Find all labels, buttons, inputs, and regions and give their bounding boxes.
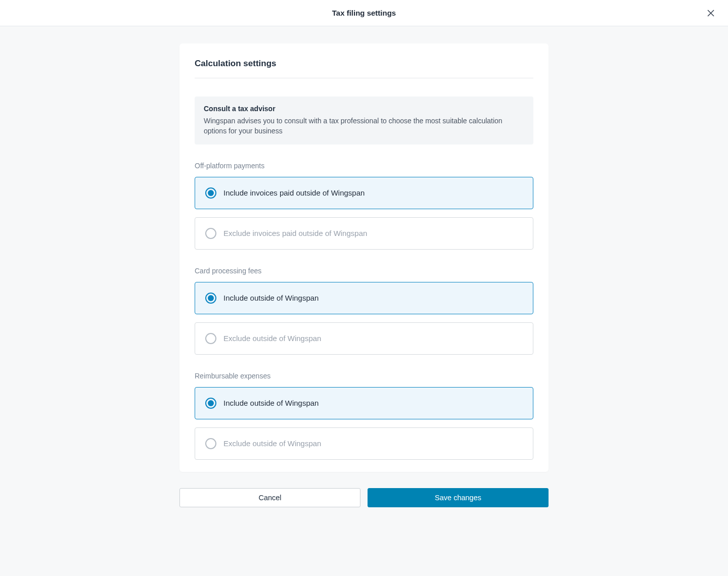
close-icon xyxy=(707,10,714,17)
modal-title: Tax filing settings xyxy=(332,9,396,17)
save-button[interactable]: Save changes xyxy=(368,488,549,507)
radio-label: Include invoices paid outside of Wingspa… xyxy=(223,188,365,197)
radio-reimbursable-include[interactable]: Include outside of Wingspan xyxy=(195,387,533,419)
radio-label: Include outside of Wingspan xyxy=(223,294,318,302)
radio-label: Include outside of Wingspan xyxy=(223,399,318,407)
radio-label: Exclude invoices paid outside of Wingspa… xyxy=(223,229,367,237)
radio-icon xyxy=(205,187,216,199)
radio-off-platform-exclude[interactable]: Exclude invoices paid outside of Wingspa… xyxy=(195,217,533,250)
settings-card: Calculation settings Consult a tax advis… xyxy=(179,43,549,472)
radio-off-platform-include[interactable]: Include invoices paid outside of Wingspa… xyxy=(195,177,533,209)
cancel-button[interactable]: Cancel xyxy=(179,488,360,507)
radio-icon xyxy=(205,228,216,239)
section-title: Calculation settings xyxy=(195,59,533,78)
group-label-reimbursable: Reimbursable expenses xyxy=(195,372,533,380)
radio-label: Exclude outside of Wingspan xyxy=(223,439,321,448)
radio-reimbursable-exclude[interactable]: Exclude outside of Wingspan xyxy=(195,427,533,460)
radio-icon xyxy=(205,438,216,449)
modal-header: Tax filing settings xyxy=(0,0,728,26)
content-container: Calculation settings Consult a tax advis… xyxy=(179,43,549,507)
close-button[interactable] xyxy=(705,7,717,19)
group-label-off-platform: Off-platform payments xyxy=(195,162,533,170)
radio-card-fees-exclude[interactable]: Exclude outside of Wingspan xyxy=(195,322,533,355)
alert-title: Consult a tax advisor xyxy=(204,105,524,113)
radio-icon xyxy=(205,293,216,304)
radio-label: Exclude outside of Wingspan xyxy=(223,334,321,343)
radio-icon xyxy=(205,398,216,409)
group-label-card-fees: Card processing fees xyxy=(195,267,533,275)
radio-icon xyxy=(205,333,216,344)
advisor-alert: Consult a tax advisor Wingspan advises y… xyxy=(195,97,533,145)
radio-card-fees-include[interactable]: Include outside of Wingspan xyxy=(195,282,533,314)
alert-text: Wingspan advises you to consult with a t… xyxy=(204,116,524,136)
button-row: Cancel Save changes xyxy=(179,488,549,507)
